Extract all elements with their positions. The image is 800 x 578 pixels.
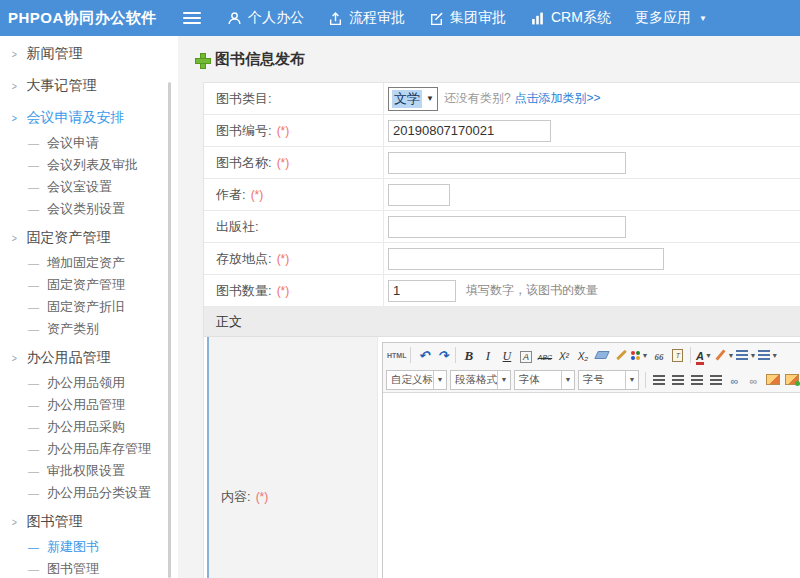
font-color-icon: [696, 346, 704, 364]
italic-button[interactable]: [479, 346, 496, 364]
font-color-button[interactable]: ▼: [695, 346, 712, 364]
book-code-input[interactable]: [388, 120, 551, 142]
chevron-right-icon: [12, 232, 17, 244]
select-label: 自定义标题: [387, 373, 433, 387]
chevron-down-icon: ▼: [426, 94, 434, 103]
toolbar-separator: [410, 347, 411, 363]
strikethrough-button[interactable]: [536, 346, 553, 364]
field-label: 存放地点:: [216, 250, 272, 268]
sidebar-item-supplies-inventory[interactable]: 办公用品库存管理: [0, 438, 178, 460]
dash-icon: [28, 137, 39, 149]
sidebar-item-supplies-classify[interactable]: 办公用品分类设置: [0, 482, 178, 504]
nav-crm-system[interactable]: CRM系统: [530, 9, 611, 27]
heading-select[interactable]: 自定义标题▼: [386, 370, 447, 390]
sidebar-item-asset-add[interactable]: 增加固定资产: [0, 252, 178, 274]
nav-workflow-approval[interactable]: 流程审批: [328, 9, 405, 27]
editor-content-area[interactable]: [383, 393, 800, 578]
required-mark: (*): [277, 124, 290, 138]
sidebar-item-asset-group[interactable]: 固定资产管理: [0, 224, 178, 252]
field-label: 出版社:: [216, 218, 259, 236]
sidebar-scrollbar[interactable]: [168, 82, 171, 578]
paste-text-button[interactable]: [669, 346, 686, 364]
sidebar-item-approval-permission[interactable]: 审批权限设置: [0, 460, 178, 482]
sidebar-item-meeting-category[interactable]: 会议类别设置: [0, 198, 178, 220]
category-select[interactable]: 文学 ▼: [388, 87, 438, 111]
highlight-pen-button[interactable]: ▼: [714, 346, 734, 364]
nav-more-apps[interactable]: 更多应用 ▼: [635, 9, 707, 27]
format-brush-button[interactable]: [612, 346, 629, 364]
nav-group-approval[interactable]: 集团审批: [429, 9, 506, 27]
html-source-label: HTML: [387, 352, 406, 359]
underline-button[interactable]: [498, 346, 515, 364]
undo-icon: [419, 346, 430, 364]
book-name-input[interactable]: [388, 152, 626, 174]
sidebar-item-meeting-group[interactable]: 会议申请及安排: [0, 104, 178, 132]
editor-toolbar-row1: HTML ▼: [383, 343, 800, 367]
form-row-category: 图书类目: 文学 ▼ 还没有类别? 点击添加类别>>: [204, 83, 800, 115]
font-family-select[interactable]: 字体▼: [514, 370, 575, 390]
sidebar-item-meeting-room[interactable]: 会议室设置: [0, 176, 178, 198]
nav-label: 更多应用: [635, 9, 691, 27]
align-right-button[interactable]: [688, 371, 705, 389]
sidebar-item-label: 固定资产折旧: [47, 298, 125, 316]
align-justify-button[interactable]: [707, 371, 724, 389]
subscript-icon: [578, 346, 588, 364]
sidebar-item-book-manage[interactable]: 图书管理: [0, 558, 178, 578]
sidebar-item-supplies-claim[interactable]: 办公用品领用: [0, 372, 178, 394]
menu-icon[interactable]: [183, 12, 201, 24]
ordered-list-button[interactable]: ▼: [736, 346, 756, 364]
remove-link-button[interactable]: [745, 371, 762, 389]
paragraph-format-select[interactable]: 段落格式▼: [450, 370, 511, 390]
sidebar-item-label: 办公用品管理: [47, 396, 125, 414]
remove-format-button[interactable]: [593, 346, 610, 364]
font-background-button[interactable]: [517, 346, 534, 364]
html-source-button[interactable]: HTML: [387, 346, 406, 364]
sidebar-item-supplies-purchase[interactable]: 办公用品采购: [0, 416, 178, 438]
location-input[interactable]: [388, 248, 664, 270]
superscript-button[interactable]: [555, 346, 572, 364]
quantity-input[interactable]: [388, 280, 456, 302]
sidebar-item-supplies-manage[interactable]: 办公用品管理: [0, 394, 178, 416]
dash-icon: [28, 279, 39, 291]
add-category-link[interactable]: 点击添加类别>>: [515, 90, 601, 107]
sidebar-item-book-new[interactable]: 新建图书: [0, 536, 178, 558]
sidebar-item-news[interactable]: 新闻管理: [0, 40, 178, 68]
sidebar-item-label: 大事记管理: [26, 77, 96, 95]
sidebar-item-label: 新建图书: [47, 538, 99, 556]
required-mark: (*): [256, 490, 269, 504]
undo-button[interactable]: [415, 346, 432, 364]
unordered-list-button[interactable]: ▼: [758, 346, 778, 364]
publisher-input[interactable]: [388, 216, 626, 238]
color-palette-button[interactable]: ▼: [631, 346, 648, 364]
redo-button[interactable]: [434, 346, 451, 364]
nav-personal-office[interactable]: 个人办公: [227, 9, 304, 27]
insert-image-button[interactable]: [764, 371, 781, 389]
dash-icon: [28, 421, 39, 433]
link-icon: [731, 371, 739, 389]
chevron-down-icon: ▼: [727, 352, 734, 359]
align-center-button[interactable]: [669, 371, 686, 389]
dash-icon: [28, 541, 39, 553]
sidebar-item-meeting-list[interactable]: 会议列表及审批: [0, 154, 178, 176]
sidebar-item-meeting-apply[interactable]: 会议申请: [0, 132, 178, 154]
sidebar-item-memorabilia[interactable]: 大事记管理: [0, 72, 178, 100]
blockquote-button[interactable]: [650, 346, 667, 364]
workflow-icon: [328, 11, 343, 26]
sidebar-item-asset-category[interactable]: 资产类别: [0, 318, 178, 340]
bold-button[interactable]: [460, 346, 477, 364]
author-input[interactable]: [388, 184, 450, 206]
sidebar-item-asset-depreciation[interactable]: 固定资产折旧: [0, 296, 178, 318]
sidebar-item-asset-manage[interactable]: 固定资产管理: [0, 274, 178, 296]
dash-icon: [28, 181, 39, 193]
field-label: 图书类目:: [216, 90, 272, 108]
sidebar-item-book-group[interactable]: 图书管理: [0, 508, 178, 536]
dash-icon: [28, 487, 39, 499]
required-mark: (*): [251, 188, 264, 202]
chevron-down-icon: ▼: [699, 14, 707, 23]
font-size-select[interactable]: 字号▼: [578, 370, 639, 390]
align-left-button[interactable]: [650, 371, 667, 389]
upload-image-button[interactable]: [783, 371, 800, 389]
insert-link-button[interactable]: [726, 371, 743, 389]
subscript-button[interactable]: [574, 346, 591, 364]
sidebar-item-supplies-group[interactable]: 办公用品管理: [0, 344, 178, 372]
